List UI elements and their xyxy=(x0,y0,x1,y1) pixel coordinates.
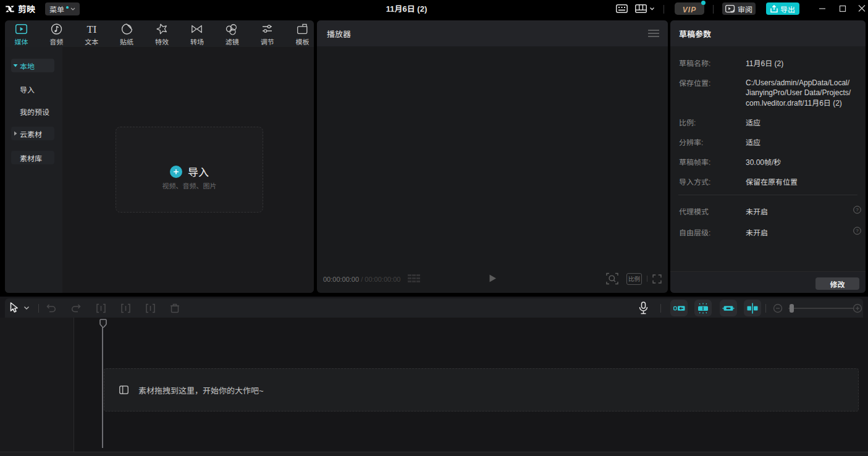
svg-text:TI: TI xyxy=(86,23,96,35)
svg-text:?: ? xyxy=(856,227,859,234)
svg-text:?: ? xyxy=(856,206,859,213)
